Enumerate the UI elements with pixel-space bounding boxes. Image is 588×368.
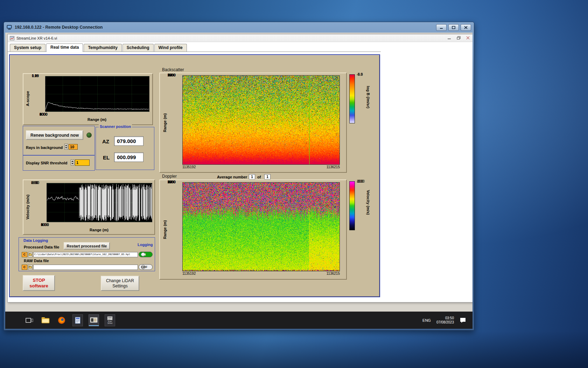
document-app-icon[interactable] xyxy=(72,314,83,326)
clock-time: 03:50 xyxy=(436,316,454,320)
main-panel: A-scope 1.201.151.101.050.99 01000200030… xyxy=(9,54,380,297)
doppler-x-ticks: 1135192 1136215 xyxy=(182,272,340,275)
processed-path-row: C C:\Lidar\Data\Proc\2023\202308\2023080… xyxy=(22,252,153,257)
backscatter-colorbar xyxy=(349,74,355,123)
change-lidar-settings-button[interactable]: Change LiDAR Settings xyxy=(101,276,139,291)
average-of-label: of xyxy=(257,175,261,179)
raw-browse-icon[interactable] xyxy=(28,265,33,270)
raw-data-file-label: RAW Data file xyxy=(24,259,49,263)
tick-label: -8.0 xyxy=(357,73,363,76)
task-view-icon[interactable] xyxy=(24,314,35,326)
ascope-group: A-scope 1.201.151.101.050.99 01000200030… xyxy=(23,73,153,125)
restart-processed-file-label: Restart processed file xyxy=(67,244,107,248)
processed-data-file-label: Processed Data file xyxy=(24,245,59,249)
remote-desktop: StreamLine XR v14-6.vi System setup Real… xyxy=(5,33,472,329)
backscatter-x-end: 1136215 xyxy=(327,165,340,169)
rdp-minimize-button[interactable] xyxy=(436,24,447,31)
raw-logging-toggle[interactable]: OFF xyxy=(139,264,153,270)
tab-scheduling[interactable]: Scheduling xyxy=(122,44,154,52)
change-settings-line2: Settings xyxy=(112,284,127,289)
scan-scheduler-label: ScanSched xyxy=(107,321,112,324)
raw-path-row: C OFF xyxy=(22,264,153,270)
rdp-close-button[interactable] xyxy=(461,24,471,31)
tab-wind-profile[interactable]: Wind profile xyxy=(154,44,187,52)
tick-label: 0 xyxy=(168,74,170,77)
velocity-plot xyxy=(47,183,152,222)
taskbar: ScanSched ENG 03:50 07/08/2023 xyxy=(5,312,472,329)
doppler-y-ticks: 3000275025002250200017501500125010007505… xyxy=(168,180,181,273)
rdp-titlebar[interactable]: 192.168.0.122 - Remote Desktop Connectio… xyxy=(4,22,474,33)
backscatter-x-ticks: 1135192 1136215 xyxy=(182,165,340,169)
renew-background-label: Renew background now xyxy=(30,133,79,138)
app-client: A-scope 1.201.151.101.050.99 01000200030… xyxy=(8,52,472,302)
backscatter-title: Backscatter xyxy=(162,67,184,72)
processed-logging-state: ON xyxy=(141,253,146,256)
processed-drive-selector[interactable]: C xyxy=(22,252,27,257)
language-indicator[interactable]: ENG xyxy=(422,318,431,322)
rdp-window: 192.168.0.122 - Remote Desktop Connectio… xyxy=(4,22,474,330)
velocity-y-axis-label: Velocity (m/s) xyxy=(26,195,30,219)
logging-label: Logging xyxy=(136,243,154,247)
raw-drive-selector[interactable]: C xyxy=(22,265,27,270)
tab-system-setup[interactable]: System setup xyxy=(10,44,46,52)
app-icon xyxy=(10,36,14,40)
restart-processed-file-button[interactable]: Restart processed file xyxy=(64,242,110,250)
scanner-position-title: Scanner position xyxy=(99,124,132,129)
backscatter-heatmap xyxy=(182,75,340,165)
tick-label: 6000 xyxy=(40,113,47,116)
file-explorer-icon[interactable] xyxy=(40,314,51,326)
background-control-box: Renew background now Rays in background … xyxy=(23,126,95,155)
app-titlebar[interactable]: StreamLine XR v14-6.vi xyxy=(8,34,472,42)
velocity-x-axis-label: Range (m) xyxy=(47,228,152,232)
az-label: AZ xyxy=(102,138,109,144)
el-value-field[interactable]: 000.099 xyxy=(114,152,144,162)
average-total-field[interactable]: 1 xyxy=(264,174,271,179)
stop-line2: software xyxy=(29,283,48,289)
processed-browse-icon[interactable] xyxy=(28,252,33,257)
raw-path-field[interactable] xyxy=(33,265,138,270)
rdp-computer-icon xyxy=(7,25,12,30)
ascope-y-ticks: 1.201.151.101.050.99 xyxy=(32,74,44,113)
rays-value-field[interactable]: 10 xyxy=(69,144,78,150)
average-number-field[interactable]: 1 xyxy=(249,174,255,179)
rays-spinner[interactable] xyxy=(64,144,68,150)
taskbar-clock[interactable]: 03:50 07/08/2023 xyxy=(436,316,454,325)
velocity-y-ticks: 5.002.500.00-2.50-5.00 xyxy=(31,181,45,223)
tab-bar: System setup Real time data Temp/humidit… xyxy=(8,42,381,52)
velocity-plot-group: Velocity (m/s) 5.002.500.00-2.50-5.00 01… xyxy=(23,179,155,235)
doppler-colorbar-label: Velocity (m/s) xyxy=(366,190,370,215)
app-restore-button[interactable] xyxy=(457,36,461,40)
processed-logging-toggle[interactable]: ON xyxy=(139,252,153,257)
tick-label: -10.0 xyxy=(357,180,365,183)
snr-spinner[interactable] xyxy=(71,159,74,165)
data-logging-box: Data Logging Processed Data file Restart… xyxy=(19,237,155,271)
change-settings-line1: Change LiDAR xyxy=(106,278,134,284)
tick-label: 6000 xyxy=(41,223,49,227)
ascope-plot xyxy=(45,76,149,112)
backscatter-y-axis-label: Range (m) xyxy=(163,113,167,132)
rdp-maximize-button[interactable] xyxy=(448,24,459,31)
snr-value-field[interactable]: 1 xyxy=(75,159,90,166)
app-minimize-button[interactable] xyxy=(447,36,451,40)
tab-temp-humidity[interactable]: Temp/humidity xyxy=(84,44,121,52)
doppler-x-start: 1135192 xyxy=(182,272,196,275)
processed-path-field[interactable]: C:\Lidar\Data\Proc\2023\202308\20230807\… xyxy=(33,252,138,257)
streamline-app-icon[interactable] xyxy=(89,314,99,326)
backscatter-x-start: 1135192 xyxy=(182,165,196,169)
data-logging-title: Data Logging xyxy=(22,238,49,243)
app-close-button[interactable] xyxy=(466,36,470,40)
doppler-title: Doppler xyxy=(162,174,177,179)
desktop-wallpaper: 192.168.0.122 - Remote Desktop Connectio… xyxy=(0,0,588,368)
tab-real-time-data[interactable]: Real time data xyxy=(46,43,83,52)
tick-label: 0 xyxy=(168,180,170,184)
action-center-icon[interactable] xyxy=(460,317,466,323)
raw-logging-state: OFF xyxy=(141,265,147,269)
snr-threshold-label: Display SNR threshold xyxy=(26,161,68,165)
firefox-icon[interactable] xyxy=(56,314,67,326)
stop-software-button[interactable]: STOP software xyxy=(23,275,55,291)
scan-scheduler-icon[interactable]: ScanSched xyxy=(105,314,115,326)
app-window: StreamLine XR v14-6.vi System setup Real… xyxy=(7,34,472,302)
az-value-field[interactable]: 079.000 xyxy=(114,136,144,146)
renew-background-button[interactable]: Renew background now xyxy=(26,130,83,140)
clock-date: 07/08/2023 xyxy=(436,320,454,325)
